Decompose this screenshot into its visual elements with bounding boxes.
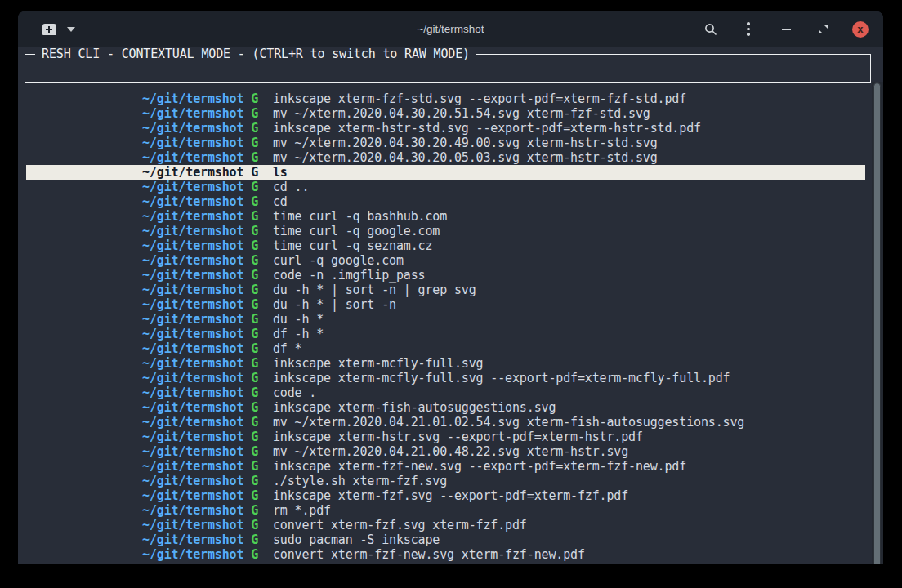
minimize-button[interactable] bbox=[777, 20, 795, 38]
history-row[interactable]: ~/git/termshot G mv ~/xterm.2020.04.30.2… bbox=[26, 136, 865, 150]
command-text: time curl -q google.com bbox=[273, 224, 440, 238]
command-text: sudo pacman -S inkscape bbox=[273, 532, 440, 547]
git-branch-indicator: G bbox=[251, 224, 258, 238]
new-tab-icon bbox=[42, 24, 56, 35]
git-branch-indicator: G bbox=[251, 297, 258, 312]
history-row[interactable]: ~/git/termshot G inkscape xterm-mcfly-fu… bbox=[26, 356, 865, 371]
history-row[interactable]: ~/git/termshot G convert xterm-fzf-new.s… bbox=[26, 547, 865, 562]
prompt-path: ~/git/termshot bbox=[142, 253, 243, 268]
git-branch-indicator: G bbox=[251, 91, 258, 106]
restore-button[interactable] bbox=[815, 20, 833, 38]
command-text: du -h * bbox=[273, 312, 324, 327]
prompt-path: ~/git/termshot bbox=[142, 488, 243, 503]
history-row[interactable]: ~/git/termshot G mv ~/xterm.2020.04.21.0… bbox=[26, 444, 865, 459]
restore-icon bbox=[819, 24, 828, 34]
command-text: df * bbox=[273, 341, 302, 356]
command-text: inkscape xterm-hstr.svg --export-pdf=xte… bbox=[273, 430, 643, 444]
history-row[interactable]: ~/git/termshot G df -h * bbox=[26, 327, 865, 341]
git-branch-indicator: G bbox=[251, 385, 258, 400]
history-row[interactable]: ~/git/termshot G cd .. bbox=[26, 180, 865, 194]
kebab-menu-icon bbox=[747, 22, 750, 36]
prompt-path: ~/git/termshot bbox=[142, 547, 243, 562]
history-row[interactable]: ~/git/termshot G code . bbox=[26, 385, 865, 400]
scrollbar-track bbox=[872, 82, 883, 564]
minimize-icon bbox=[782, 29, 791, 30]
git-branch-indicator: G bbox=[251, 488, 258, 503]
prompt-path: ~/git/termshot bbox=[142, 283, 243, 297]
new-tab-button[interactable] bbox=[39, 21, 59, 38]
prompt-path: ~/git/termshot bbox=[142, 238, 243, 253]
command-text: time curl -q bashhub.com bbox=[273, 209, 447, 224]
chevron-down-icon[interactable] bbox=[67, 27, 75, 32]
command-text: mv ~/xterm.2020.04.30.20.05.03.svg xterm… bbox=[273, 150, 658, 165]
command-text: mv ~/xterm.2020.04.21.01.02.54.svg xterm… bbox=[273, 415, 744, 430]
history-row[interactable]: ~/git/termshot G df * bbox=[26, 341, 865, 356]
prompt-path: ~/git/termshot bbox=[142, 503, 243, 518]
history-row[interactable]: ~/git/termshot G time curl -q seznam.cz bbox=[26, 238, 865, 253]
history-row[interactable]: ~/git/termshot G mv ~/xterm.2020.04.21.0… bbox=[26, 415, 865, 430]
prompt-path: ~/git/termshot bbox=[142, 106, 243, 121]
history-row[interactable]: ~/git/termshot G du -h * | sort -n | gre… bbox=[26, 283, 865, 297]
menu-button[interactable] bbox=[739, 20, 757, 38]
history-row[interactable]: ~/git/termshot G rm *.pdf bbox=[26, 503, 865, 518]
history-row[interactable]: ~/git/termshot G code -n .imgflip_pass bbox=[26, 268, 865, 283]
git-branch-indicator: G bbox=[251, 459, 258, 474]
terminal-content: RESH CLI - CONTEXTUAL MODE - (CTRL+R to … bbox=[18, 47, 883, 564]
command-text: ls bbox=[273, 165, 288, 180]
history-row[interactable]: ~/git/termshot G ./style.sh xterm-fzf.sv… bbox=[26, 474, 865, 488]
git-branch-indicator: G bbox=[251, 371, 258, 385]
git-branch-indicator: G bbox=[251, 503, 258, 518]
git-branch-indicator: G bbox=[251, 165, 258, 180]
history-row[interactable]: ~/git/termshot G inkscape xterm-fzf-std.… bbox=[26, 91, 865, 106]
command-text: inkscape xterm-mcfly-full.svg --export-p… bbox=[273, 371, 730, 385]
close-button[interactable]: x bbox=[852, 21, 869, 38]
git-branch-indicator: G bbox=[251, 180, 258, 194]
history-row[interactable]: ~/git/termshot G inkscape xterm-mcfly-fu… bbox=[26, 371, 865, 385]
command-text: inkscape xterm-hstr-std.svg --export-pdf… bbox=[273, 121, 701, 136]
prompt-path: ~/git/termshot bbox=[142, 209, 243, 224]
git-branch-indicator: G bbox=[251, 268, 258, 283]
history-row[interactable]: ~/git/termshot G inkscape xterm-fzf-new.… bbox=[26, 459, 865, 474]
history-row[interactable]: ~/git/termshot G sudo pacman -S inkscape bbox=[26, 532, 865, 547]
history-row[interactable]: ~/git/termshot G du -h * bbox=[26, 312, 865, 327]
history-row[interactable]: ~/git/termshot G mv ~/xterm.2020.04.30.2… bbox=[26, 106, 865, 121]
git-branch-indicator: G bbox=[251, 532, 258, 547]
history-row[interactable]: ~/git/termshot G mv ~/xterm.2020.04.30.2… bbox=[26, 150, 865, 165]
command-text: mv ~/xterm.2020.04.30.20.51.54.svg xterm… bbox=[273, 106, 650, 121]
git-branch-indicator: G bbox=[251, 121, 258, 136]
prompt-path: ~/git/termshot bbox=[142, 180, 243, 194]
history-row[interactable]: ~/git/termshot G du -h * | sort -n bbox=[26, 297, 865, 312]
git-branch-indicator: G bbox=[251, 341, 258, 356]
history-row[interactable]: ~/git/termshot G convert xterm-fzf.svg x… bbox=[26, 518, 865, 532]
git-branch-indicator: G bbox=[251, 415, 258, 430]
history-row[interactable]: ~/git/termshot G curl -q google.com bbox=[26, 253, 865, 268]
prompt-path: ~/git/termshot bbox=[142, 327, 243, 341]
git-branch-indicator: G bbox=[251, 312, 258, 327]
scrollbar-thumb[interactable] bbox=[873, 82, 881, 564]
history-row[interactable]: ~/git/termshot G ls bbox=[26, 165, 865, 180]
terminal-window: ~/git/termshot x bbox=[18, 11, 883, 564]
titlebar: ~/git/termshot x bbox=[18, 11, 883, 47]
prompt-path: ~/git/termshot bbox=[142, 312, 243, 327]
git-branch-indicator: G bbox=[251, 150, 258, 165]
history-row[interactable]: ~/git/termshot G inkscape xterm-fish-aut… bbox=[26, 400, 865, 415]
git-branch-indicator: G bbox=[251, 253, 258, 268]
git-branch-indicator: G bbox=[251, 327, 258, 341]
prompt-path: ~/git/termshot bbox=[142, 297, 243, 312]
git-branch-indicator: G bbox=[251, 194, 258, 209]
search-button[interactable] bbox=[702, 20, 720, 38]
history-row[interactable]: ~/git/termshot G time curl -q bashhub.co… bbox=[26, 209, 865, 224]
history-row[interactable]: ~/git/termshot G inkscape xterm-hstr-std… bbox=[26, 121, 865, 136]
history-row[interactable]: ~/git/termshot G inkscape xterm-fzf.svg … bbox=[26, 488, 865, 503]
history-row[interactable]: ~/git/termshot G inkscape xterm-hstr.svg… bbox=[26, 430, 865, 444]
command-text: time curl -q seznam.cz bbox=[273, 238, 432, 253]
git-branch-indicator: G bbox=[251, 474, 258, 488]
command-text: du -h * | sort -n bbox=[273, 297, 396, 312]
command-text: ./style.sh xterm-fzf.svg bbox=[273, 474, 447, 488]
command-text: curl -q google.com bbox=[273, 253, 404, 268]
history-row[interactable]: ~/git/termshot G time curl -q google.com bbox=[26, 224, 865, 238]
command-text: inkscape xterm-fzf-new.svg --export-pdf=… bbox=[273, 459, 686, 474]
history-row[interactable]: ~/git/termshot G cd bbox=[26, 194, 865, 209]
git-branch-indicator: G bbox=[251, 518, 258, 532]
resh-search-input-box[interactable]: RESH CLI - CONTEXTUAL MODE - (CTRL+R to … bbox=[25, 54, 871, 83]
